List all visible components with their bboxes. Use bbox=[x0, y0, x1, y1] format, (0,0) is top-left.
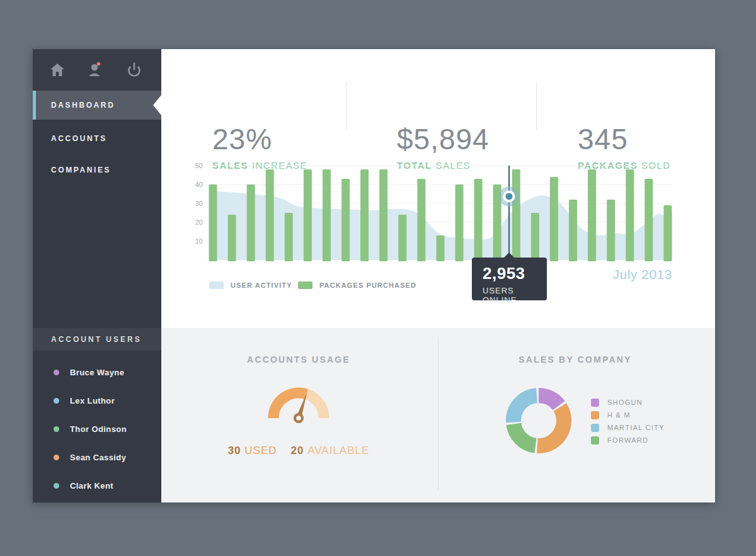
user-status-dot bbox=[54, 370, 59, 375]
svg-text:10: 10 bbox=[195, 237, 203, 245]
account-user-row[interactable]: Lex Luthor bbox=[33, 387, 161, 415]
packages-bar bbox=[569, 200, 577, 261]
sidebar-item-label: DASHBOARD bbox=[33, 101, 115, 110]
svg-text:20: 20 bbox=[195, 218, 203, 226]
account-users-list: Bruce WayneLex LuthorThor OdinsonSean Ca… bbox=[33, 351, 161, 500]
packages-bar bbox=[512, 169, 520, 261]
user-activity-swatch bbox=[209, 281, 224, 289]
packages-bar bbox=[228, 215, 236, 261]
home-icon[interactable] bbox=[48, 60, 67, 79]
legend-swatch bbox=[591, 411, 599, 419]
sidebar-item-accounts[interactable]: ACCOUNTS bbox=[33, 124, 161, 153]
panel-divider bbox=[438, 337, 438, 490]
dashboard-page: DASHBOARD ACCOUNTS COMPANIES ACCOUNT USE… bbox=[0, 0, 756, 556]
legend-swatch bbox=[591, 436, 599, 445]
sidebar-item-label: ACCOUNTS bbox=[33, 134, 107, 143]
tooltip-value: 2,953 bbox=[483, 264, 547, 283]
sidebar-item-companies[interactable]: COMPANIES bbox=[33, 156, 161, 184]
donut-legend-item[interactable]: SHOGUN bbox=[591, 396, 665, 409]
donut-legend-item[interactable]: MARTIAL CITY bbox=[591, 421, 665, 434]
account-user-row[interactable]: Sean Cassidy bbox=[33, 443, 161, 472]
packages-bar bbox=[247, 184, 255, 261]
sidebar-item-dashboard[interactable]: DASHBOARD bbox=[33, 91, 161, 120]
packages-bar bbox=[663, 205, 672, 261]
user-status-dot bbox=[54, 426, 59, 432]
main-content: 23% SALESINCREASE $5,894 TOTALSALES 345 … bbox=[161, 49, 715, 502]
packages-bar bbox=[531, 213, 539, 261]
donut-legend: SHOGUNH & MMARTIAL CITYFORWARD bbox=[591, 396, 665, 446]
packages-bar bbox=[626, 169, 634, 261]
account-user-row[interactable]: Thor Odinson bbox=[33, 415, 161, 443]
user-name: Sean Cassidy bbox=[70, 453, 126, 462]
legend-label: PACKAGES PURCHASED bbox=[319, 281, 416, 289]
sales-by-company-title: SALES BY COMPANY bbox=[481, 355, 670, 365]
packages-bar bbox=[285, 213, 293, 261]
donut-legend-item[interactable]: H & M bbox=[591, 409, 665, 421]
chart-period-label: July 2013 bbox=[613, 267, 672, 282]
packages-bar bbox=[266, 169, 274, 261]
packages-bar bbox=[398, 215, 406, 261]
available-count: 20 bbox=[291, 445, 304, 457]
legend-label: FORWARD bbox=[607, 436, 648, 444]
app-window: DASHBOARD ACCOUNTS COMPANIES ACCOUNT USE… bbox=[33, 49, 715, 502]
user-icon[interactable] bbox=[86, 60, 105, 79]
legend-swatch bbox=[591, 424, 599, 432]
legend-user-activity: USER ACTIVITY bbox=[209, 281, 292, 289]
tooltip-arrow bbox=[504, 252, 514, 258]
packages-bar bbox=[323, 169, 331, 261]
active-notch-arrow bbox=[153, 95, 161, 115]
packages-bar bbox=[644, 179, 653, 261]
user-name: Lex Luthor bbox=[70, 396, 115, 406]
packages-bar bbox=[341, 179, 350, 261]
bottom-section: ACCOUNTS USAGE 30 USED20 AVAILABLE SALES… bbox=[161, 328, 715, 502]
packages-bar bbox=[304, 169, 312, 261]
accounts-usage-title: ACCOUNTS USAGE bbox=[204, 355, 393, 365]
legend-label: MARTIAL CITY bbox=[607, 424, 665, 431]
legend-label: H & M bbox=[607, 411, 631, 419]
gauge-readout: 30 USED20 AVAILABLE bbox=[204, 445, 393, 457]
sidebar-item-label: COMPANIES bbox=[33, 166, 111, 174]
legend-swatch bbox=[591, 399, 599, 407]
user-status-dot bbox=[54, 455, 59, 460]
tooltip-label: USERS ONLINE bbox=[483, 286, 547, 305]
available-label: AVAILABLE bbox=[307, 445, 369, 457]
users-online-tooltip: 2,953 USERS ONLINE bbox=[472, 258, 547, 300]
svg-text:30: 30 bbox=[195, 200, 203, 207]
account-user-row[interactable]: Bruce Wayne bbox=[33, 358, 161, 387]
highlight-dot bbox=[506, 193, 513, 200]
legend-label: SHOGUN bbox=[607, 399, 643, 406]
packages-bar bbox=[588, 169, 596, 261]
user-status-dot bbox=[54, 398, 59, 404]
packages-bar bbox=[209, 184, 217, 261]
account-users-header: ACCOUNT USERS bbox=[33, 328, 161, 351]
notification-badge bbox=[97, 62, 101, 66]
legend-label: USER ACTIVITY bbox=[231, 281, 292, 289]
packages-bar bbox=[360, 169, 369, 261]
account-users-title: ACCOUNT USERS bbox=[33, 335, 142, 344]
legend-packages-purchased: PACKAGES PURCHASED bbox=[298, 281, 416, 289]
svg-text:40: 40 bbox=[195, 181, 203, 188]
account-user-row[interactable]: Clark Kent bbox=[33, 472, 161, 500]
packages-bar bbox=[437, 235, 445, 261]
packages-bar bbox=[550, 177, 558, 261]
svg-text:50: 50 bbox=[195, 162, 203, 169]
sidebar-icon-bar bbox=[33, 49, 161, 91]
packages-swatch bbox=[298, 281, 312, 289]
accounts-usage-gauge bbox=[258, 379, 340, 432]
user-name: Thor Odinson bbox=[70, 424, 127, 434]
packages-bar bbox=[474, 179, 483, 261]
packages-bar bbox=[417, 179, 425, 261]
donut-legend-item[interactable]: FORWARD bbox=[591, 434, 665, 446]
user-name: Clark Kent bbox=[70, 481, 113, 491]
packages-bar bbox=[379, 169, 387, 261]
packages-bar bbox=[607, 200, 615, 261]
used-count: 30 bbox=[228, 445, 241, 457]
sales-donut-chart[interactable] bbox=[502, 384, 575, 460]
user-status-dot bbox=[54, 483, 59, 489]
user-name: Bruce Wayne bbox=[70, 368, 124, 377]
active-accent-bar bbox=[33, 91, 36, 120]
used-label: USED bbox=[244, 445, 277, 457]
sidebar: DASHBOARD ACCOUNTS COMPANIES ACCOUNT USE… bbox=[33, 49, 161, 502]
packages-bar bbox=[455, 184, 464, 261]
power-icon[interactable] bbox=[125, 60, 144, 79]
